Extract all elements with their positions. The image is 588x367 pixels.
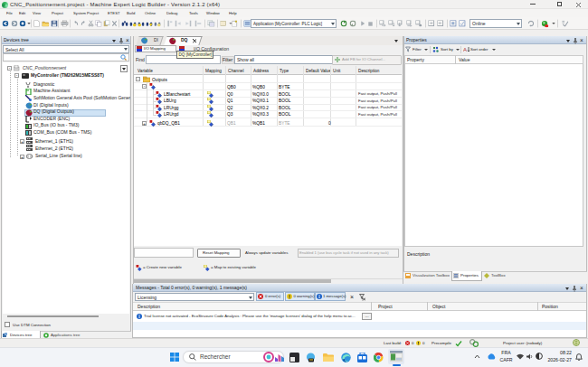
svg-text:A: A (463, 47, 467, 52)
